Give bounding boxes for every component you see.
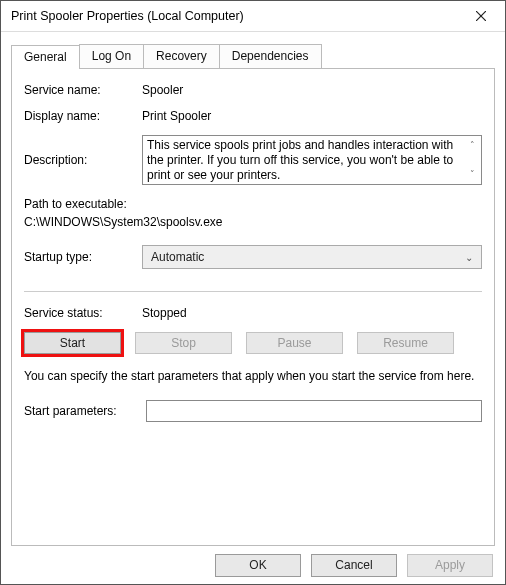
service-control-buttons: Start Stop Pause Resume — [24, 332, 482, 354]
label-service-status: Service status: — [24, 306, 142, 320]
label-service-name: Service name: — [24, 83, 142, 97]
label-startup-type: Startup type: — [24, 250, 142, 264]
ok-button[interactable]: OK — [215, 554, 301, 577]
label-display-name: Display name: — [24, 109, 142, 123]
description-scrollbar[interactable]: ˄ ˅ — [464, 136, 481, 184]
label-start-parameters: Start parameters: — [24, 404, 146, 418]
scroll-down-icon[interactable]: ˅ — [470, 167, 475, 182]
tab-logon[interactable]: Log On — [79, 44, 144, 68]
pause-button: Pause — [246, 332, 343, 354]
value-display-name: Print Spooler — [142, 109, 482, 123]
tab-recovery[interactable]: Recovery — [143, 44, 220, 68]
tab-row: General Log On Recovery Dependencies — [11, 44, 495, 68]
value-service-status: Stopped — [142, 306, 482, 320]
value-description: This service spools print jobs and handl… — [147, 138, 453, 182]
start-button[interactable]: Start — [24, 332, 121, 354]
value-path: C:\WINDOWS\System32\spoolsv.exe — [24, 215, 482, 229]
window-title: Print Spooler Properties (Local Computer… — [11, 9, 459, 23]
label-description: Description: — [24, 153, 142, 167]
tab-panel-general: Service name: Spooler Display name: Prin… — [11, 68, 495, 546]
dialog-footer: OK Cancel Apply — [1, 546, 505, 584]
close-button[interactable] — [459, 1, 503, 31]
description-box[interactable]: This service spools print jobs and handl… — [142, 135, 482, 185]
apply-button: Apply — [407, 554, 493, 577]
label-path: Path to executable: — [24, 197, 482, 211]
titlebar: Print Spooler Properties (Local Computer… — [1, 1, 505, 32]
resume-button: Resume — [357, 332, 454, 354]
dialog-window: Print Spooler Properties (Local Computer… — [0, 0, 506, 585]
dialog-body: General Log On Recovery Dependencies Ser… — [1, 32, 505, 546]
tab-general[interactable]: General — [11, 45, 80, 69]
chevron-down-icon: ⌄ — [465, 252, 473, 263]
startup-type-value: Automatic — [151, 250, 204, 264]
stop-button: Stop — [135, 332, 232, 354]
value-service-name: Spooler — [142, 83, 482, 97]
cancel-button[interactable]: Cancel — [311, 554, 397, 577]
start-parameters-note: You can specify the start parameters tha… — [24, 368, 482, 384]
start-parameters-input[interactable] — [146, 400, 482, 422]
tab-dependencies[interactable]: Dependencies — [219, 44, 322, 68]
startup-type-select[interactable]: Automatic ⌄ — [142, 245, 482, 269]
close-icon — [476, 11, 486, 21]
scroll-up-icon[interactable]: ˄ — [470, 138, 475, 153]
divider — [24, 291, 482, 292]
